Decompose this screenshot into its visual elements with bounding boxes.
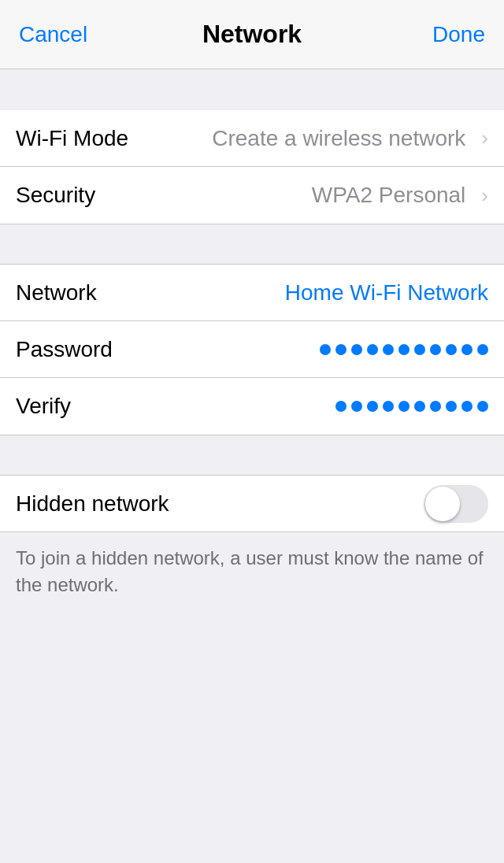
verify-dot-10 [477,401,488,412]
hidden-network-row[interactable]: Hidden network [0,476,504,532]
verify-label: Verify [16,394,158,419]
hidden-network-toggle[interactable] [424,485,488,523]
verify-dot-7 [430,401,441,412]
password-row[interactable]: Password [0,321,504,378]
security-label: Security [16,183,158,208]
top-spacer [0,69,504,110]
navigation-bar: Cancel Network Done [0,0,504,69]
verify-dot-3 [367,401,378,412]
toggle-knob [425,487,460,521]
password-dots [158,344,488,355]
dot-4 [367,344,378,355]
wifi-settings-group: Wi-Fi Mode Create a wireless network › S… [0,110,504,224]
network-credentials-group: Network Home Wi-Fi Network Password Veri… [0,265,504,435]
verify-dot-9 [461,401,472,412]
dot-3 [351,344,362,355]
done-button[interactable]: Done [426,16,491,54]
dot-5 [383,344,394,355]
security-row[interactable]: Security WPA2 Personal › [0,167,504,224]
verify-row[interactable]: Verify [0,378,504,435]
verify-dot-6 [414,401,425,412]
dot-10 [461,344,472,355]
network-name-value: Home Wi-Fi Network [158,280,488,306]
section-spacer-2 [0,435,504,476]
password-label: Password [16,337,158,362]
verify-dot-row [335,401,488,412]
footer-description: To join a hidden network, a user must kn… [16,547,484,595]
dot-8 [430,344,441,355]
password-dot-row [320,344,488,355]
dot-1 [320,344,331,355]
security-value: WPA2 Personal › [158,183,488,208]
dot-9 [446,344,457,355]
verify-dots [158,401,488,412]
verify-dot-1 [335,401,346,412]
cancel-button[interactable]: Cancel [13,16,94,54]
wifi-mode-value: Create a wireless network › [158,126,488,151]
toggle-container [424,485,488,523]
network-name-label: Network [16,280,158,306]
hidden-network-footer: To join a hidden network, a user must kn… [0,532,504,610]
dot-6 [398,344,410,355]
wifi-mode-label: Wi-Fi Mode [16,126,158,151]
hidden-network-label: Hidden network [16,491,424,517]
wifi-mode-chevron-icon: › [481,126,488,150]
verify-dot-4 [383,401,394,412]
dot-2 [335,344,346,355]
network-name-row[interactable]: Network Home Wi-Fi Network [0,265,504,321]
security-chevron-icon: › [481,183,488,208]
page-title: Network [202,20,302,49]
dot-7 [414,344,425,355]
dot-11 [477,344,488,355]
section-spacer-1 [0,224,504,265]
verify-dot-5 [398,401,410,412]
verify-dot-2 [351,401,362,412]
wifi-mode-row[interactable]: Wi-Fi Mode Create a wireless network › [0,110,504,167]
hidden-network-group: Hidden network [0,476,504,532]
verify-dot-8 [446,401,457,412]
